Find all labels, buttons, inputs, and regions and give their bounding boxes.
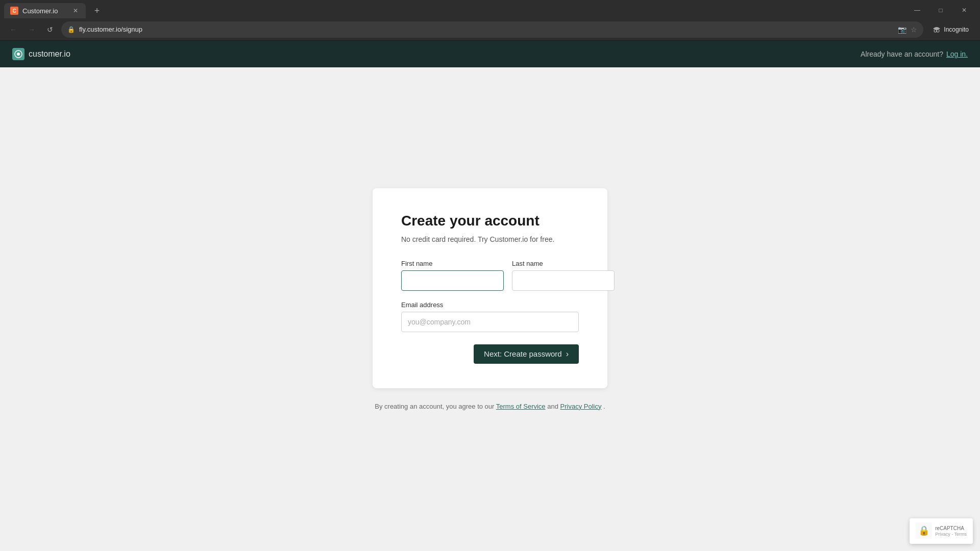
- logo-icon: [12, 48, 24, 60]
- url-text: fly.customer.io/signup: [79, 26, 894, 33]
- first-name-label: First name: [401, 260, 504, 267]
- legal-text: By creating an account, you agree to our…: [375, 403, 605, 410]
- camera-icon[interactable]: 📷: [898, 26, 906, 34]
- recaptcha-text: reCAPTCHA Privacy - Terms: [935, 525, 967, 538]
- forward-button[interactable]: →: [24, 22, 39, 37]
- active-tab[interactable]: C Customer.io ✕: [4, 3, 86, 18]
- tab-close-button[interactable]: ✕: [71, 7, 80, 15]
- first-name-input[interactable]: [401, 270, 504, 291]
- already-account-text: Already have an account?: [861, 50, 943, 58]
- tab-bar: C Customer.io ✕ + — □ ✕: [0, 0, 980, 18]
- refresh-button[interactable]: ↺: [43, 22, 57, 37]
- logo-area: customer.io: [12, 48, 70, 60]
- name-row: First name Last name: [401, 260, 579, 291]
- last-name-group: Last name: [512, 260, 615, 291]
- incognito-button[interactable]: Incognito: [927, 23, 974, 36]
- header-right: Already have an account? Log in.: [861, 50, 968, 58]
- recaptcha-links: Privacy - Terms: [935, 532, 967, 538]
- browser-chrome: C Customer.io ✕ + — □ ✕ ← → ↺ 🔒 fly.cust…: [0, 0, 980, 41]
- card-title: Create your account: [401, 213, 579, 229]
- email-group: Email address: [401, 301, 579, 332]
- incognito-label: Incognito: [944, 26, 969, 33]
- legal-suffix: .: [603, 403, 605, 410]
- svg-point-1: [937, 30, 939, 32]
- next-arrow-icon: ›: [566, 349, 569, 359]
- email-label: Email address: [401, 301, 579, 309]
- minimize-button[interactable]: —: [905, 2, 929, 18]
- signup-card: Create your account No credit card requi…: [373, 188, 607, 388]
- tab-title: Customer.io: [22, 7, 67, 15]
- last-name-input[interactable]: [512, 270, 615, 291]
- recaptcha-logo: 🔒: [916, 522, 932, 540]
- maximize-button[interactable]: □: [929, 2, 952, 18]
- logo-text: customer.io: [29, 49, 70, 59]
- tab-favicon: C: [10, 7, 18, 15]
- legal-middle: and: [547, 403, 560, 410]
- svg-text:🔒: 🔒: [918, 525, 930, 536]
- svg-point-0: [934, 30, 937, 32]
- next-button-label: Next: Create password: [484, 349, 562, 358]
- recaptcha-title: reCAPTCHA: [935, 525, 967, 532]
- browser-toolbar: ← → ↺ 🔒 fly.customer.io/signup 📷 ☆ Incog…: [0, 18, 980, 41]
- window-controls: — □ ✕: [905, 2, 976, 18]
- close-button[interactable]: ✕: [952, 2, 976, 18]
- address-bar-icons: 📷 ☆: [898, 26, 917, 34]
- privacy-link[interactable]: Privacy Policy: [560, 403, 602, 410]
- new-tab-button[interactable]: +: [90, 4, 104, 18]
- card-subtitle: No credit card required. Try Customer.io…: [401, 235, 579, 243]
- email-input[interactable]: [401, 312, 579, 332]
- signup-form: First name Last name Email address Next:…: [401, 260, 579, 364]
- first-name-group: First name: [401, 260, 504, 291]
- bookmark-icon[interactable]: ☆: [911, 26, 917, 34]
- submit-row: Next: Create password ›: [401, 344, 579, 364]
- main-content: Create your account No credit card requi…: [0, 67, 980, 531]
- app-header: customer.io Already have an account? Log…: [0, 41, 980, 67]
- back-button[interactable]: ←: [6, 22, 20, 37]
- svg-point-3: [17, 53, 20, 56]
- recaptcha-badge: 🔒 reCAPTCHA Privacy - Terms: [910, 518, 973, 544]
- next-button[interactable]: Next: Create password ›: [474, 344, 579, 364]
- login-link[interactable]: Log in.: [946, 50, 968, 58]
- address-bar[interactable]: 🔒 fly.customer.io/signup 📷 ☆: [61, 21, 923, 38]
- toolbar-right: Incognito: [927, 23, 974, 36]
- legal-prefix: By creating an account, you agree to our: [375, 403, 496, 410]
- last-name-label: Last name: [512, 260, 615, 267]
- tos-link[interactable]: Terms of Service: [496, 403, 546, 410]
- page-wrapper: customer.io Already have an account? Log…: [0, 41, 980, 531]
